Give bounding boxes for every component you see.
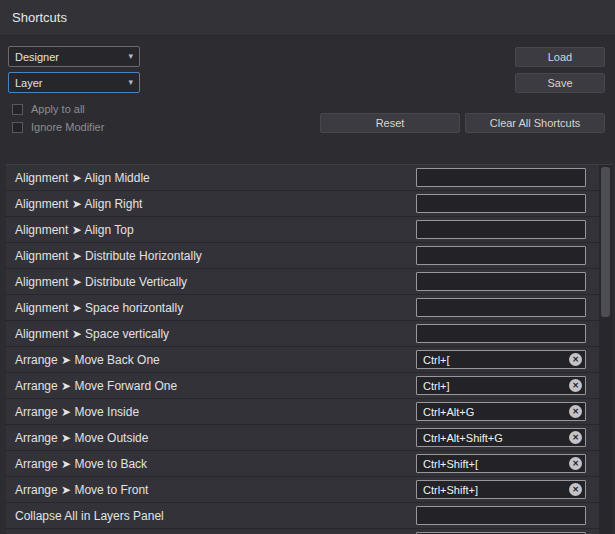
save-button[interactable]: Save — [515, 73, 605, 93]
shortcut-row: Alignment ➤ Align Middle — [6, 165, 612, 191]
shortcut-input[interactable] — [416, 324, 586, 343]
shortcut-row: Arrange ➤ Move to Back Ctrl+Shift+[ ✕ — [6, 451, 612, 477]
shortcut-input[interactable] — [416, 194, 586, 213]
category-dropdown[interactable]: Layer ▾ — [8, 72, 140, 93]
clear-shortcut-icon[interactable]: ✕ — [569, 405, 582, 418]
shortcut-row: Collapse All in Layers Panel — [6, 503, 612, 529]
shortcut-action-label: Arrange ➤ Move Outside — [15, 431, 148, 445]
checkbox-group: Apply to all Ignore Modifier — [8, 103, 320, 133]
shortcut-value: Ctrl+Alt+Shift+G — [423, 432, 569, 444]
shortcut-row: Arrange ➤ Move Inside Ctrl+Alt+G ✕ — [6, 399, 612, 425]
shortcuts-dialog: Shortcuts Designer ▾ Load Layer ▾ Save A… — [0, 0, 615, 534]
shortcut-action-label: Arrange ➤ Move to Front — [15, 483, 148, 497]
shortcut-row — [6, 529, 612, 534]
shortcut-action-label: Arrange ➤ Move Inside — [15, 405, 139, 419]
page-title: Shortcuts — [12, 10, 67, 25]
clear-shortcut-icon[interactable]: ✕ — [569, 353, 582, 366]
shortcut-row: Alignment ➤ Distribute Vertically — [6, 269, 612, 295]
scrollbar[interactable] — [599, 165, 612, 534]
action-buttons: Reset Clear All Shortcuts — [320, 113, 605, 133]
app-dropdown-value: Designer — [15, 51, 59, 63]
shortcut-rows: Alignment ➤ Align Middle Alignment ➤ Ali… — [6, 165, 612, 534]
shortcut-action-label: Alignment ➤ Distribute Vertically — [15, 275, 187, 289]
shortcut-input[interactable] — [416, 298, 586, 317]
apply-to-all-label: Apply to all — [31, 103, 85, 115]
ignore-modifier-checkbox[interactable] — [12, 122, 23, 133]
shortcut-action-label: Alignment ➤ Align Top — [15, 223, 134, 237]
load-button[interactable]: Load — [515, 47, 605, 67]
shortcut-value: Ctrl+Shift+[ — [423, 458, 569, 470]
shortcut-input[interactable]: Ctrl+Shift+] ✕ — [416, 480, 586, 499]
shortcut-action-label: Arrange ➤ Move Back One — [15, 353, 160, 367]
ignore-modifier-option[interactable]: Ignore Modifier — [12, 121, 320, 133]
shortcut-row: Arrange ➤ Move Outside Ctrl+Alt+Shift+G … — [6, 425, 612, 451]
shortcut-input[interactable] — [416, 246, 586, 265]
shortcut-input[interactable] — [416, 168, 586, 187]
clear-shortcut-icon[interactable]: ✕ — [569, 431, 582, 444]
shortcut-row: Arrange ➤ Move Back One Ctrl+[ ✕ — [6, 347, 612, 373]
shortcut-row: Alignment ➤ Align Right — [6, 191, 612, 217]
shortcut-input[interactable]: Ctrl+Shift+[ ✕ — [416, 454, 586, 473]
shortcut-row: Arrange ➤ Move to Front Ctrl+Shift+] ✕ — [6, 477, 612, 503]
category-row: Layer ▾ Save — [8, 72, 605, 93]
titlebar: Shortcuts — [0, 0, 615, 36]
shortcut-input[interactable] — [416, 220, 586, 239]
shortcut-input[interactable] — [416, 272, 586, 291]
shortcut-value: Ctrl+Alt+G — [423, 406, 569, 418]
shortcut-value: Ctrl+[ — [423, 354, 569, 366]
shortcut-row: Alignment ➤ Align Top — [6, 217, 612, 243]
shortcut-value: Ctrl+] — [423, 380, 569, 392]
shortcut-action-label: Alignment ➤ Align Right — [15, 197, 142, 211]
shortcut-action-label: Arrange ➤ Move to Back — [15, 457, 147, 471]
shortcut-row: Alignment ➤ Distribute Horizontally — [6, 243, 612, 269]
shortcut-input[interactable]: Ctrl+Alt+Shift+G ✕ — [416, 428, 586, 447]
shortcut-action-label: Alignment ➤ Space vertically — [15, 327, 169, 341]
shortcut-value: Ctrl+Shift+] — [423, 484, 569, 496]
apply-to-all-checkbox[interactable] — [12, 104, 23, 115]
shortcut-input[interactable]: Ctrl+] ✕ — [416, 376, 586, 395]
category-dropdown-value: Layer — [15, 77, 43, 89]
shortcut-action-label: Alignment ➤ Space horizontally — [15, 301, 183, 315]
chevron-down-icon: ▾ — [128, 78, 133, 87]
scrollbar-thumb[interactable] — [601, 167, 610, 317]
shortcut-row: Arrange ➤ Move Forward One Ctrl+] ✕ — [6, 373, 612, 399]
reset-button[interactable]: Reset — [320, 113, 460, 133]
clear-shortcut-icon[interactable]: ✕ — [569, 379, 582, 392]
clear-all-shortcuts-button[interactable]: Clear All Shortcuts — [465, 113, 605, 133]
shortcut-action-label: Alignment ➤ Distribute Horizontally — [15, 249, 202, 263]
shortcut-action-label: Collapse All in Layers Panel — [15, 509, 164, 523]
apply-to-all-option[interactable]: Apply to all — [12, 103, 320, 115]
shortcut-input[interactable]: Ctrl+Alt+G ✕ — [416, 402, 586, 421]
shortcut-list: Alignment ➤ Align Middle Alignment ➤ Ali… — [6, 164, 612, 534]
controls-area: Designer ▾ Load Layer ▾ Save Apply to al… — [0, 36, 615, 133]
shortcut-action-label: Alignment ➤ Align Middle — [15, 171, 150, 185]
shortcut-input[interactable] — [416, 506, 586, 525]
shortcut-action-label: Arrange ➤ Move Forward One — [15, 379, 177, 393]
shortcut-row: Alignment ➤ Space horizontally — [6, 295, 612, 321]
app-row: Designer ▾ Load — [8, 46, 605, 67]
shortcut-row: Alignment ➤ Space vertically — [6, 321, 612, 347]
app-dropdown[interactable]: Designer ▾ — [8, 46, 140, 67]
clear-shortcut-icon[interactable]: ✕ — [569, 457, 582, 470]
chevron-down-icon: ▾ — [128, 52, 133, 61]
shortcut-input[interactable]: Ctrl+[ ✕ — [416, 350, 586, 369]
ignore-modifier-label: Ignore Modifier — [31, 121, 104, 133]
clear-shortcut-icon[interactable]: ✕ — [569, 483, 582, 496]
options-row: Apply to all Ignore Modifier Reset Clear… — [8, 103, 605, 133]
